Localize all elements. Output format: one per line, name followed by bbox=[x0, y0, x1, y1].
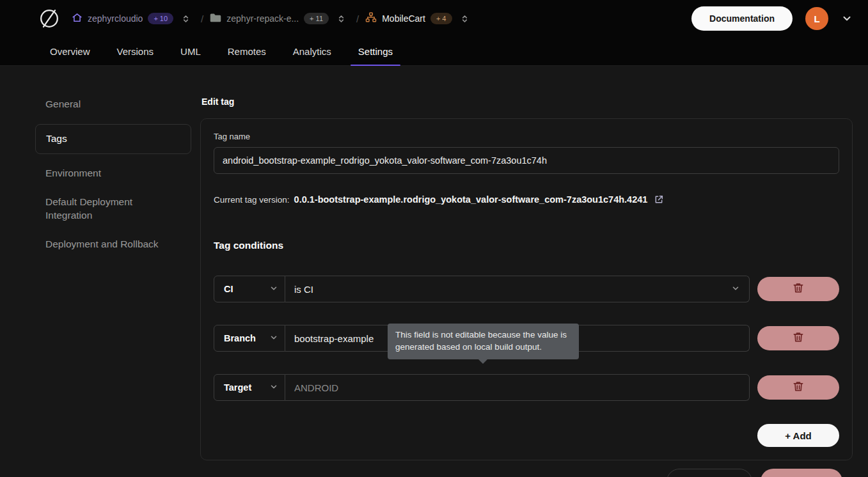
trash-icon bbox=[792, 380, 805, 395]
breadcrumb-app[interactable]: MobileCart + 4 bbox=[364, 9, 453, 28]
condition-row-ci: CI is CI bbox=[214, 276, 839, 302]
delete-condition-button[interactable] bbox=[757, 326, 839, 350]
external-link-icon[interactable] bbox=[654, 194, 664, 205]
chevron-down-icon bbox=[269, 333, 278, 344]
header-top-row: zephyrcloudio + 10 / zephyr-repack-e... … bbox=[0, 0, 868, 37]
tag-conditions-title: Tag conditions bbox=[214, 240, 839, 251]
condition-value-field-target bbox=[285, 374, 750, 401]
zephyr-logo-icon bbox=[37, 6, 61, 31]
app-selector-chevrons-icon[interactable] bbox=[459, 13, 471, 25]
current-tag-version-label: Current tag version: bbox=[214, 195, 290, 205]
delete-condition-button[interactable] bbox=[757, 375, 839, 400]
add-condition-button[interactable]: + Add bbox=[757, 424, 839, 447]
org-count-badge: + 10 bbox=[148, 13, 173, 24]
chevron-down-icon bbox=[731, 284, 740, 295]
condition-type-label: CI bbox=[224, 284, 233, 294]
tab-versions[interactable]: Versions bbox=[116, 37, 155, 66]
condition-value-input-target bbox=[294, 382, 740, 393]
repo-selector-chevrons-icon[interactable] bbox=[335, 13, 347, 25]
tab-overview[interactable]: Overview bbox=[49, 37, 91, 66]
sidebar-item-deployment-and-rollback[interactable]: Deployment and Rollback bbox=[35, 230, 191, 259]
delete-condition-button[interactable] bbox=[757, 277, 839, 301]
condition-type-dropdown-ci[interactable]: CI bbox=[214, 276, 285, 302]
breadcrumb-app-label: MobileCart bbox=[382, 13, 425, 24]
trash-icon bbox=[792, 331, 805, 346]
tag-name-input[interactable] bbox=[214, 147, 839, 174]
edit-tag-card: Tag name Current tag version: 0.0.1-boot… bbox=[200, 118, 853, 460]
documentation-button[interactable]: Documentation bbox=[691, 6, 793, 31]
current-tag-version-line: Current tag version: 0.0.1-bootstrap-exa… bbox=[214, 194, 839, 205]
modules-icon bbox=[365, 12, 377, 26]
tab-settings[interactable]: Settings bbox=[357, 37, 394, 66]
breadcrumb-org-label: zephyrcloudio bbox=[88, 13, 143, 24]
org-selector-chevrons-icon[interactable] bbox=[180, 13, 192, 25]
tag-name-label: Tag name bbox=[214, 132, 839, 141]
add-row: + Add bbox=[214, 424, 839, 447]
current-tag-version-value: 0.0.1-bootstrap-example.rodrigo_yokota_v… bbox=[294, 194, 648, 205]
breadcrumb-repo[interactable]: zephyr-repack-e... + 11 bbox=[209, 10, 330, 27]
breadcrumb-repo-label: zephyr-repack-e... bbox=[226, 13, 299, 24]
tab-remotes[interactable]: Remotes bbox=[226, 37, 267, 66]
sidebar-item-general[interactable]: General bbox=[35, 90, 191, 119]
breadcrumb: zephyrcloudio + 10 / zephyr-repack-e... … bbox=[70, 9, 475, 28]
folder-icon bbox=[210, 13, 221, 25]
tab-analytics[interactable]: Analytics bbox=[292, 37, 333, 66]
tab-uml[interactable]: UML bbox=[179, 37, 202, 66]
condition-type-label: Target bbox=[224, 382, 251, 393]
user-avatar[interactable]: L bbox=[805, 7, 828, 30]
chevron-down-icon bbox=[269, 382, 278, 393]
breadcrumb-org[interactable]: zephyrcloudio + 10 bbox=[70, 10, 175, 28]
chevron-down-icon bbox=[269, 284, 278, 295]
sidebar-item-tags[interactable]: Tags bbox=[35, 124, 191, 154]
condition-row-target: Target bbox=[214, 374, 839, 401]
condition-type-dropdown-branch[interactable]: Branch bbox=[214, 325, 285, 352]
header-right: Documentation L bbox=[691, 6, 853, 31]
repo-count-badge: + 11 bbox=[304, 13, 329, 24]
account-chevron-down-icon[interactable] bbox=[841, 13, 853, 24]
breadcrumb-separator: / bbox=[356, 13, 359, 24]
not-editable-tooltip: This field is not editable because the v… bbox=[388, 324, 579, 359]
condition-value-label: is CI bbox=[294, 284, 313, 295]
condition-value-select-ci[interactable]: is CI bbox=[285, 276, 750, 302]
app-count-badge: + 4 bbox=[430, 13, 452, 24]
sidebar-item-default-deployment-integration[interactable]: Default Deployment Integration bbox=[35, 188, 191, 230]
condition-type-label: Branch bbox=[224, 333, 256, 343]
bottom-primary-button-partial[interactable] bbox=[761, 469, 842, 477]
home-icon bbox=[72, 12, 83, 26]
sidebar-item-environment[interactable]: Environment bbox=[35, 159, 191, 188]
settings-sidebar: General Tags Environment Default Deploym… bbox=[35, 90, 191, 259]
bottom-secondary-button-partial[interactable] bbox=[667, 469, 752, 477]
main-nav-tabs: Overview Versions UML Remotes Analytics … bbox=[0, 37, 868, 66]
page-title: Edit tag bbox=[201, 97, 234, 107]
condition-type-dropdown-target[interactable]: Target bbox=[214, 374, 285, 401]
breadcrumb-separator: / bbox=[201, 13, 203, 24]
trash-icon bbox=[792, 281, 805, 297]
app-header: zephyrcloudio + 10 / zephyr-repack-e... … bbox=[0, 0, 868, 66]
